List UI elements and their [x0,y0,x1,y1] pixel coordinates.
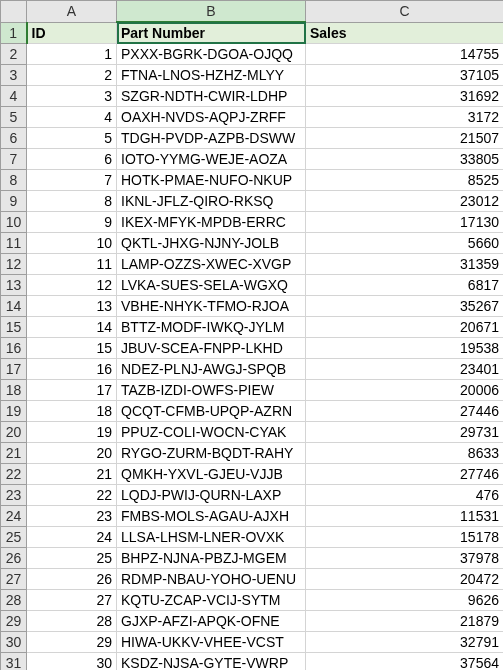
cell-sales[interactable]: 31692 [306,86,504,107]
cell-part[interactable]: QKTL-JHXG-NJNY-JOLB [117,233,306,254]
row-header[interactable]: 4 [1,86,27,107]
cell-id[interactable]: 5 [27,128,117,149]
cell-part[interactable]: PPUZ-COLI-WOCN-CYAK [117,422,306,443]
cell-id[interactable]: 18 [27,401,117,422]
cell-sales[interactable]: 8633 [306,443,504,464]
row-header[interactable]: 18 [1,380,27,401]
cell-id[interactable]: 3 [27,86,117,107]
cell-part[interactable]: QMKH-YXVL-GJEU-VJJB [117,464,306,485]
cell-sales[interactable]: 20671 [306,317,504,338]
row-header[interactable]: 31 [1,653,27,671]
row-header[interactable]: 2 [1,44,27,65]
cell-part[interactable]: LVKA-SUES-SELA-WGXQ [117,275,306,296]
row-header[interactable]: 8 [1,170,27,191]
cell-id[interactable]: 10 [27,233,117,254]
cell-sales[interactable]: 33805 [306,149,504,170]
row-header[interactable]: 7 [1,149,27,170]
cell-part[interactable]: VBHE-NHYK-TFMO-RJOA [117,296,306,317]
cell-id[interactable]: 12 [27,275,117,296]
row-header[interactable]: 27 [1,569,27,590]
cell-part[interactable]: RDMP-NBAU-YOHO-UENU [117,569,306,590]
cell-id[interactable]: 15 [27,338,117,359]
cell-sales[interactable]: 21507 [306,128,504,149]
cell-id[interactable]: 6 [27,149,117,170]
row-header[interactable]: 13 [1,275,27,296]
cell-part[interactable]: LLSA-LHSM-LNER-OVXK [117,527,306,548]
row-header[interactable]: 19 [1,401,27,422]
cell-part[interactable]: BTTZ-MODF-IWKQ-JYLM [117,317,306,338]
cell-id[interactable]: 14 [27,317,117,338]
cell-sales[interactable]: 32791 [306,632,504,653]
cell-sales[interactable]: 5660 [306,233,504,254]
cell-part[interactable]: KSDZ-NJSA-GYTE-VWRP [117,653,306,671]
cell-part[interactable]: TDGH-PVDP-AZPB-DSWW [117,128,306,149]
cell-id[interactable]: 9 [27,212,117,233]
cell-id[interactable]: 21 [27,464,117,485]
cell-id[interactable]: 22 [27,485,117,506]
cell-sales[interactable]: 37978 [306,548,504,569]
col-header-a[interactable]: A [27,1,117,23]
cell-sales[interactable]: 37105 [306,65,504,86]
cell-sales[interactable]: 17130 [306,212,504,233]
col-header-b[interactable]: B [117,1,306,23]
cell-id[interactable]: 2 [27,65,117,86]
cell-id[interactable]: 30 [27,653,117,671]
cell-sales[interactable]: 29731 [306,422,504,443]
row-header[interactable]: 6 [1,128,27,149]
select-all-corner[interactable] [1,1,27,23]
cell-sales[interactable]: 37564 [306,653,504,671]
cell-part[interactable]: JBUV-SCEA-FNPP-LKHD [117,338,306,359]
row-header[interactable]: 28 [1,590,27,611]
row-header[interactable]: 16 [1,338,27,359]
cell-sales[interactable]: 9626 [306,590,504,611]
row-header[interactable]: 21 [1,443,27,464]
cell-part[interactable]: HOTK-PMAE-NUFO-NKUP [117,170,306,191]
cell-sales[interactable]: 20472 [306,569,504,590]
cell-part[interactable]: QCQT-CFMB-UPQP-AZRN [117,401,306,422]
row-header[interactable]: 22 [1,464,27,485]
cell-part[interactable]: SZGR-NDTH-CWIR-LDHP [117,86,306,107]
cell-id[interactable]: 29 [27,632,117,653]
col-header-c[interactable]: C [306,1,504,23]
row-header[interactable]: 17 [1,359,27,380]
row-header[interactable]: 11 [1,233,27,254]
cell-sales[interactable]: 27746 [306,464,504,485]
cell-id[interactable]: 24 [27,527,117,548]
spreadsheet[interactable]: A B C 1 ID Part Number Sales 21PXXX-BGRK… [0,0,503,670]
cell-part[interactable]: HIWA-UKKV-VHEE-VCST [117,632,306,653]
cell-part[interactable]: KQTU-ZCAP-VCIJ-SYTM [117,590,306,611]
cell-id[interactable]: 16 [27,359,117,380]
cell-id[interactable]: 11 [27,254,117,275]
cell-id[interactable]: 28 [27,611,117,632]
cell-sales[interactable]: 23401 [306,359,504,380]
cell-part[interactable]: NDEZ-PLNJ-AWGJ-SPQB [117,359,306,380]
cell-sales[interactable]: 11531 [306,506,504,527]
cell-id[interactable]: 8 [27,191,117,212]
cell-id[interactable]: 7 [27,170,117,191]
row-header[interactable]: 20 [1,422,27,443]
cell-part[interactable]: TAZB-IZDI-OWFS-PIEW [117,380,306,401]
cell-sales[interactable]: 6817 [306,275,504,296]
cell-id[interactable]: 19 [27,422,117,443]
cell-sales[interactable]: 31359 [306,254,504,275]
row-header[interactable]: 5 [1,107,27,128]
cell-c1[interactable]: Sales [306,22,504,44]
row-header[interactable]: 10 [1,212,27,233]
cell-id[interactable]: 13 [27,296,117,317]
row-header[interactable]: 3 [1,65,27,86]
cell-sales[interactable]: 19538 [306,338,504,359]
cell-part[interactable]: LQDJ-PWIJ-QURN-LAXP [117,485,306,506]
cell-id[interactable]: 20 [27,443,117,464]
grid[interactable]: A B C 1 ID Part Number Sales 21PXXX-BGRK… [0,0,503,670]
cell-id[interactable]: 23 [27,506,117,527]
cell-id[interactable]: 26 [27,569,117,590]
cell-sales[interactable]: 23012 [306,191,504,212]
cell-part[interactable]: FTNA-LNOS-HZHZ-MLYY [117,65,306,86]
row-header[interactable]: 12 [1,254,27,275]
cell-part[interactable]: IKNL-JFLZ-QIRO-RKSQ [117,191,306,212]
cell-sales[interactable]: 8525 [306,170,504,191]
cell-part[interactable]: PXXX-BGRK-DGOA-OJQQ [117,44,306,65]
cell-id[interactable]: 27 [27,590,117,611]
row-header[interactable]: 25 [1,527,27,548]
row-header[interactable]: 26 [1,548,27,569]
